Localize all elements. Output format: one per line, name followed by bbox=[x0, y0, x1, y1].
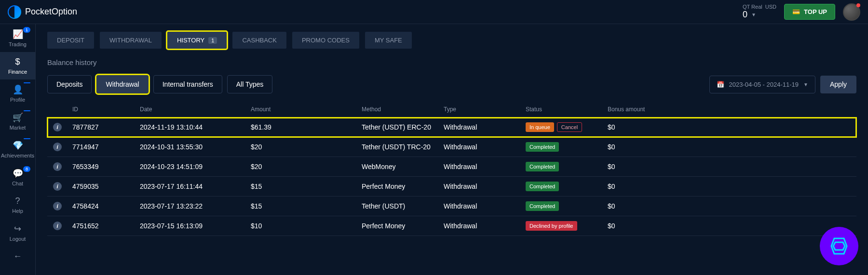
cell-amount: $15 bbox=[251, 183, 362, 190]
apply-button[interactable]: Apply bbox=[820, 76, 856, 93]
tab-cashback[interactable]: CASHBACK bbox=[232, 32, 286, 49]
Trading-icon: 📈 bbox=[13, 29, 23, 39]
chevron-down-icon: ▼ bbox=[803, 82, 808, 87]
info-icon[interactable]: i bbox=[53, 143, 62, 151]
filter-deposits[interactable]: Deposits bbox=[47, 75, 92, 93]
cell-date: 2024-10-23 14:51:09 bbox=[140, 163, 251, 170]
sidebar: 📈Trading1$Finance👤Profile 🛒Market 💎Achie… bbox=[0, 24, 36, 275]
column-amount: Amount bbox=[251, 106, 362, 113]
balance-info[interactable]: QT Real USD 0 ▼ bbox=[743, 4, 776, 20]
sidebar-badge: 1 bbox=[23, 27, 30, 33]
table-row: i77149472024-10-31 13:55:30$20Tether (US… bbox=[47, 137, 856, 157]
info-icon[interactable]: i bbox=[53, 222, 62, 230]
sidebar-item-chat[interactable]: 💬Chat8 bbox=[0, 163, 35, 191]
floating-logo[interactable] bbox=[820, 227, 858, 265]
cell-amount: $20 bbox=[251, 163, 362, 170]
column-id: ID bbox=[72, 106, 140, 113]
header-right: QT Real USD 0 ▼ 💳 TOP UP bbox=[743, 3, 860, 21]
cell-date: 2024-10-31 13:55:30 bbox=[140, 143, 251, 151]
cell-id: 4758424 bbox=[72, 202, 140, 210]
topup-button[interactable]: 💳 TOP UP bbox=[784, 4, 835, 20]
main-content: DEPOSITWITHDRAWALHISTORY1CASHBACKPROMO C… bbox=[36, 24, 868, 275]
column-method: Method bbox=[362, 106, 444, 113]
tab-label: CASHBACK bbox=[242, 37, 277, 44]
date-apply-group: 📅 2023-04-05 - 2024-11-19 ▼ Apply bbox=[709, 76, 857, 93]
cell-bonus: $0 bbox=[608, 222, 675, 230]
cell-bonus: $0 bbox=[608, 143, 675, 151]
table-row: i47590352023-07-17 16:11:44$15Perfect Mo… bbox=[47, 177, 856, 196]
Finance-icon: $ bbox=[15, 57, 20, 67]
info-icon[interactable]: i bbox=[53, 202, 62, 210]
sidebar-label: Profile bbox=[10, 97, 25, 103]
cell-status: Completed bbox=[526, 201, 608, 211]
sidebar-item-trading[interactable]: 📈Trading1 bbox=[0, 24, 35, 52]
filter-internal-transfers[interactable]: Internal transfers bbox=[153, 75, 222, 93]
column-type: Type bbox=[444, 106, 526, 113]
cell-method: Tether (USDT) TRC-20 bbox=[362, 143, 444, 151]
table-row: i47584242023-07-17 13:23:22$15Tether (US… bbox=[47, 196, 856, 216]
chevron-down-icon[interactable]: ▼ bbox=[751, 12, 756, 17]
tab-label: PROMO CODES bbox=[302, 37, 350, 44]
sidebar-item-finance[interactable]: $Finance bbox=[0, 52, 35, 79]
cell-date: 2023-07-17 13:23:22 bbox=[140, 202, 251, 210]
table-row: i78778272024-11-19 13:10:44$61.39Tether … bbox=[47, 118, 856, 137]
tab-promo-codes[interactable]: PROMO CODES bbox=[292, 32, 359, 49]
sidebar-badge bbox=[24, 82, 30, 83]
sidebar-badge: 8 bbox=[23, 166, 30, 172]
sidebar-item-achievements[interactable]: 💎Achievements bbox=[0, 135, 35, 163]
cancel-button[interactable]: Cancel bbox=[557, 122, 582, 132]
cell-method: Tether (USDT) bbox=[362, 202, 444, 210]
column-info bbox=[53, 106, 72, 113]
arrow-icon: ← bbox=[14, 251, 22, 262]
brand-logo[interactable]: PocketOption bbox=[8, 5, 77, 19]
brand-name: PocketOption bbox=[25, 7, 77, 17]
cell-id: 7653349 bbox=[72, 163, 140, 170]
table-header: IDDateAmountMethodTypeStatusBonus amount bbox=[47, 101, 856, 118]
cell-bonus: $0 bbox=[608, 183, 675, 190]
section-title: Balance history bbox=[47, 58, 856, 66]
cell-id: 4751652 bbox=[72, 222, 140, 230]
status-badge: Declined by profile bbox=[526, 221, 577, 231]
sidebar-label: Help bbox=[12, 208, 23, 214]
filter-buttons: DepositsWithdrawalInternal transfersAll … bbox=[47, 75, 272, 93]
info-icon[interactable]: i bbox=[53, 182, 62, 191]
info-icon[interactable]: i bbox=[53, 162, 62, 171]
cell-amount: $61.39 bbox=[251, 123, 362, 131]
Chat-icon: 💬 bbox=[13, 168, 23, 179]
sidebar-badge bbox=[24, 138, 30, 139]
column-status: Status bbox=[526, 106, 608, 113]
sidebar-item-profile[interactable]: 👤Profile bbox=[0, 79, 35, 107]
tab-deposit[interactable]: DEPOSIT bbox=[47, 32, 94, 49]
cell-type: Withdrawal bbox=[444, 123, 526, 131]
wallet-icon: 💳 bbox=[792, 8, 800, 15]
sidebar-item-logout[interactable]: ↪Logout bbox=[0, 219, 35, 247]
date-range-picker[interactable]: 📅 2023-04-05 - 2024-11-19 ▼ bbox=[709, 76, 815, 93]
cell-id: 7877827 bbox=[72, 123, 140, 131]
info-icon[interactable]: i bbox=[53, 123, 62, 131]
avatar[interactable] bbox=[843, 3, 860, 21]
cell-amount: $10 bbox=[251, 222, 362, 230]
cell-type: Withdrawal bbox=[444, 183, 526, 190]
table-row: i47516522023-07-15 16:13:09$10Perfect Mo… bbox=[47, 216, 856, 236]
main-tabs: DEPOSITWITHDRAWALHISTORY1CASHBACKPROMO C… bbox=[47, 32, 856, 49]
filter-withdrawal[interactable]: Withdrawal bbox=[96, 75, 148, 93]
Market-icon: 🛒 bbox=[13, 112, 23, 123]
sidebar-item-market[interactable]: 🛒Market bbox=[0, 107, 35, 135]
header: PocketOption QT Real USD 0 ▼ 💳 TOP UP bbox=[0, 0, 868, 24]
tab-history[interactable]: HISTORY1 bbox=[167, 32, 227, 49]
Achievements-icon: 💎 bbox=[13, 140, 23, 151]
cell-method: Perfect Money bbox=[362, 183, 444, 190]
sidebar-item-help[interactable]: ?Help bbox=[0, 191, 35, 219]
tab-badge: 1 bbox=[208, 37, 217, 44]
tab-label: WITHDRAWAL bbox=[109, 37, 152, 44]
tab-my-safe[interactable]: MY SAFE bbox=[365, 32, 412, 49]
cell-bonus: $0 bbox=[608, 163, 675, 170]
column-bonus-amount: Bonus amount bbox=[608, 106, 675, 113]
cell-method: Perfect Money bbox=[362, 222, 444, 230]
cell-status: Completed bbox=[526, 162, 608, 171]
tab-withdrawal[interactable]: WITHDRAWAL bbox=[100, 32, 162, 49]
logo-icon bbox=[8, 5, 21, 19]
sidebar-item-collapse[interactable]: ← bbox=[0, 247, 35, 268]
sidebar-label: Logout bbox=[10, 236, 26, 242]
filter-all-types[interactable]: All Types bbox=[227, 75, 273, 93]
